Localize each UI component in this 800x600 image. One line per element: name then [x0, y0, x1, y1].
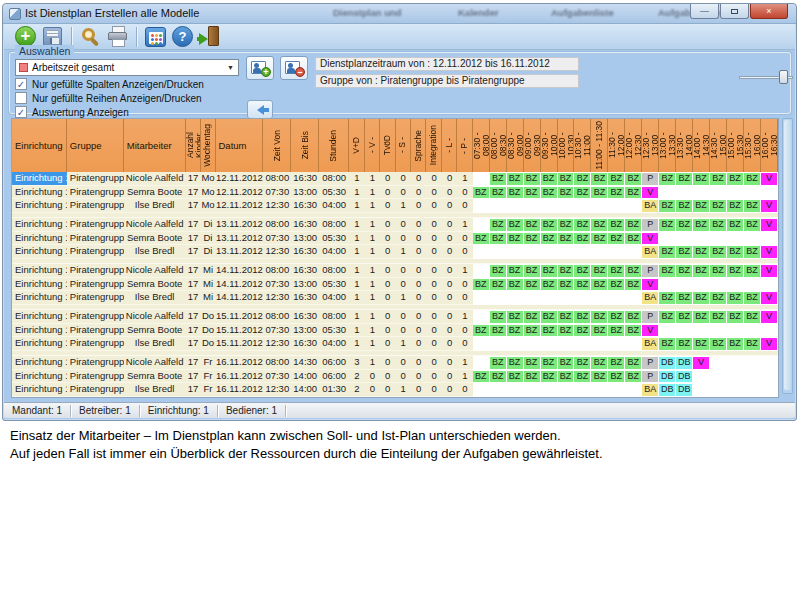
slot-cell[interactable] [507, 383, 524, 397]
slot-cell[interactable]: V [693, 356, 710, 370]
cell-num[interactable]: 1 [457, 264, 472, 278]
cell-num[interactable]: 1 [349, 218, 364, 232]
slot-cell[interactable]: BZ [710, 310, 727, 324]
slot-cell[interactable]: BZ [659, 172, 676, 186]
slot-cell[interactable]: BZ [693, 199, 710, 213]
slot-cell[interactable] [558, 291, 575, 305]
slot-cell[interactable]: BZ [625, 172, 642, 186]
cell-num[interactable]: 1 [365, 356, 380, 370]
slot-cell[interactable]: BZ [608, 356, 625, 370]
slot-cell[interactable]: DB [676, 356, 693, 370]
cell-num[interactable]: 1 [349, 278, 364, 292]
cell-num[interactable]: 1 [349, 264, 364, 278]
help-button[interactable]: ? [171, 25, 194, 48]
vertical-scrollbar[interactable] [782, 118, 793, 394]
cell-num[interactable]: 1 [395, 199, 410, 213]
cell[interactable]: 04:00 [319, 199, 349, 213]
slot-cell[interactable]: BZ [710, 199, 727, 213]
slot-cell[interactable]: BZ [608, 232, 625, 246]
cell-num[interactable]: 0 [442, 310, 457, 324]
cell-num[interactable]: 0 [395, 278, 410, 292]
slot-cell[interactable]: BZ [608, 264, 625, 278]
checkbox-row-columns[interactable]: ✓ Nur gefüllte Spalten Anzeigen/Drucken [15, 78, 204, 90]
cell-num[interactable]: 0 [426, 172, 441, 186]
cell-num[interactable]: 0 [442, 245, 457, 259]
cell[interactable]: 08:00 [263, 310, 291, 324]
slot-cell[interactable]: BZ [676, 199, 693, 213]
cell[interactable]: 16:30 [291, 218, 319, 232]
cell[interactable]: 08:00 [263, 172, 291, 186]
slot-cell[interactable]: BZ [710, 337, 727, 351]
cell-num[interactable]: 0 [411, 264, 426, 278]
checkbox-filled-columns[interactable]: ✓ [15, 78, 27, 90]
slot-cell[interactable] [574, 383, 591, 397]
slot-cell[interactable] [524, 199, 541, 213]
slot-cell[interactable] [574, 245, 591, 259]
cell[interactable]: Piratengruppe [67, 370, 124, 384]
slot-cell[interactable]: BZ [744, 172, 761, 186]
checkbox-filled-rows[interactable] [15, 92, 27, 104]
cell-num[interactable]: 0 [457, 186, 472, 200]
slot-cell[interactable]: BZ [625, 232, 642, 246]
slot-cell[interactable] [761, 324, 778, 338]
slot-cell[interactable]: BZ [490, 278, 507, 292]
slot-cell[interactable]: BZ [574, 324, 591, 338]
cell-num[interactable]: 0 [365, 383, 380, 397]
slot-cell[interactable]: BZ [625, 278, 642, 292]
slot-cell[interactable]: BZ [558, 232, 575, 246]
cell[interactable]: 07:30 [263, 370, 291, 384]
cell[interactable]: Nicole Aalfeld [124, 310, 186, 324]
cell[interactable]: 01:30 [319, 383, 349, 397]
cell[interactable]: 08:00 [319, 310, 349, 324]
slot-cell[interactable]: BZ [473, 324, 490, 338]
cell[interactable]: Einrichtung 1 [12, 383, 67, 397]
cell-num[interactable]: 0 [380, 310, 395, 324]
cell-num[interactable]: 0 [457, 383, 472, 397]
slot-cell[interactable]: BZ [473, 278, 490, 292]
cell[interactable]: Semra Boote [124, 186, 186, 200]
slot-cell[interactable]: BZ [693, 310, 710, 324]
cell-num[interactable]: 0 [380, 356, 395, 370]
slot-cell[interactable]: BZ [507, 172, 524, 186]
cell-num[interactable]: 1 [365, 324, 380, 338]
cell-num[interactable]: 2 [349, 383, 364, 397]
cell[interactable]: 16:30 [291, 264, 319, 278]
cell-num[interactable]: 0 [442, 383, 457, 397]
cell-num[interactable]: 0 [426, 356, 441, 370]
slot-cell[interactable]: BZ [727, 245, 744, 259]
slot-cell[interactable]: BZ [524, 324, 541, 338]
cell-num[interactable]: 1 [365, 186, 380, 200]
cell[interactable]: 16:30 [291, 245, 319, 259]
cell[interactable]: 08:00 [263, 356, 291, 370]
slot-cell[interactable] [659, 278, 676, 292]
slot-cell[interactable]: BZ [574, 232, 591, 246]
slot-cell[interactable]: BZ [710, 172, 727, 186]
cell[interactable]: 12.11.2012 [215, 172, 263, 186]
slot-cell[interactable] [625, 383, 642, 397]
slot-cell[interactable]: BZ [625, 324, 642, 338]
slot-cell[interactable] [744, 232, 761, 246]
cell[interactable]: Ilse Bredl [124, 199, 186, 213]
cell-num[interactable]: 0 [395, 172, 410, 186]
cell[interactable]: 17 [186, 324, 201, 338]
slot-cell[interactable]: BZ [541, 310, 558, 324]
slot-cell[interactable]: BZ [490, 218, 507, 232]
table-row[interactable]: Einrichtung 1PiratengruppeSemra Boote17D… [12, 324, 778, 338]
table-row[interactable]: Einrichtung 1PiratengruppeNicole Aalfeld… [12, 218, 778, 232]
cell-num[interactable]: 0 [411, 172, 426, 186]
cell[interactable]: Semra Boote [124, 232, 186, 246]
slot-cell[interactable] [676, 186, 693, 200]
cell[interactable]: 16:30 [291, 310, 319, 324]
cell[interactable]: 14:30 [291, 356, 319, 370]
cell[interactable]: Piratengruppe [67, 172, 124, 186]
cell-num[interactable]: 1 [457, 370, 472, 384]
slot-cell[interactable]: V [642, 324, 659, 338]
slot-cell[interactable] [761, 232, 778, 246]
slot-cell[interactable]: BZ [727, 172, 744, 186]
cell[interactable]: Einrichtung 1 [12, 218, 67, 232]
table-row[interactable]: Einrichtung 1PiratengruppeNicole Aalfeld… [12, 264, 778, 278]
slot-cell[interactable]: P [642, 356, 659, 370]
slot-cell[interactable]: BZ [591, 356, 608, 370]
table-row[interactable]: Einrichtung 1PiratengruppeNicole Aalfeld… [12, 310, 778, 324]
cell-num[interactable]: 0 [442, 291, 457, 305]
